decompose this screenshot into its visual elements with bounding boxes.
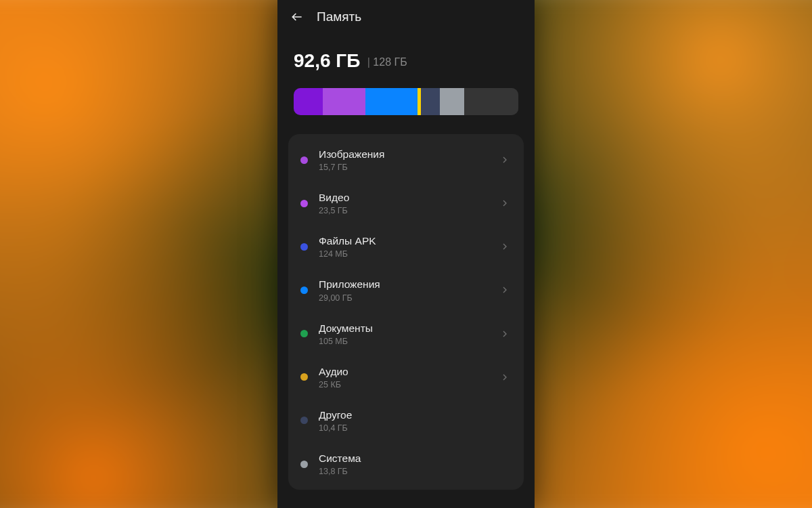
- category-color-dot: [300, 417, 308, 424]
- chevron-right-icon: [499, 284, 510, 295]
- usage-bar-segment: [294, 88, 323, 115]
- category-row[interactable]: Видео23,5 ГБ: [288, 182, 524, 225]
- usage-bar-segment: [440, 88, 465, 115]
- used-space: 92,6 ГБ: [294, 50, 360, 71]
- category-size: 23,5 ГБ: [319, 206, 499, 215]
- storage-usage-bar: [294, 88, 518, 115]
- category-size: 25 КБ: [319, 380, 499, 389]
- chevron-right-icon: [499, 198, 510, 209]
- category-size: 15,7 ГБ: [319, 163, 499, 172]
- category-text: Другое10,4 ГБ: [319, 408, 510, 433]
- category-text: Видео23,5 ГБ: [319, 191, 499, 215]
- category-label: Система: [319, 452, 510, 465]
- category-row[interactable]: Приложения29,00 ГБ: [288, 268, 524, 312]
- category-text: Документы105 МБ: [319, 322, 499, 346]
- usage-bar-segment: [365, 88, 417, 115]
- category-color-dot: [300, 330, 308, 337]
- category-text: Система13,8 ГБ: [319, 452, 510, 476]
- category-size: 124 МБ: [319, 249, 499, 259]
- category-text: Изображения15,7 ГБ: [319, 148, 499, 172]
- category-color-dot: [300, 200, 308, 207]
- chevron-right-icon: [499, 329, 510, 339]
- chevron-right-icon: [499, 241, 510, 252]
- category-color-dot: [300, 156, 308, 164]
- category-color-dot: [300, 243, 308, 251]
- category-label: Файлы APK: [319, 234, 499, 248]
- category-row: Другое10,4 ГБ: [288, 399, 524, 442]
- category-color-dot: [300, 461, 308, 468]
- category-label: Видео: [319, 191, 499, 205]
- storage-settings-screen: Память 92,6 ГБ 128 ГБ Изображения15,7 ГБ…: [277, 0, 535, 508]
- category-size: 29,00 ГБ: [319, 293, 499, 303]
- chevron-right-icon: [499, 372, 510, 383]
- usage-bar-segment: [323, 88, 365, 115]
- usage-bar-segment: [421, 88, 440, 115]
- category-size: 13,8 ГБ: [319, 467, 510, 476]
- category-size: 105 МБ: [319, 337, 499, 346]
- category-row[interactable]: Документы105 МБ: [288, 312, 524, 356]
- total-space: 128 ГБ: [367, 56, 407, 68]
- page-title: Память: [317, 9, 361, 24]
- category-text: Приложения29,00 ГБ: [319, 278, 499, 302]
- back-button[interactable]: [290, 9, 304, 24]
- storage-summary: 92,6 ГБ 128 ГБ: [277, 30, 535, 79]
- category-label: Аудио: [319, 365, 499, 379]
- category-label: Изображения: [319, 148, 499, 161]
- category-color-dot: [300, 373, 308, 381]
- categories-card: Изображения15,7 ГБВидео23,5 ГБФайлы APK1…: [288, 134, 524, 490]
- category-text: Аудио25 КБ: [319, 365, 499, 389]
- category-size: 10,4 ГБ: [319, 423, 510, 433]
- category-row: Система13,8 ГБ: [288, 442, 524, 486]
- category-text: Файлы APK124 МБ: [319, 234, 499, 259]
- category-label: Другое: [319, 408, 510, 422]
- category-row[interactable]: Файлы APK124 МБ: [288, 225, 524, 268]
- category-color-dot: [300, 287, 308, 294]
- arrow-left-icon: [290, 10, 304, 24]
- usage-bar-segment: [464, 88, 518, 115]
- chevron-right-icon: [499, 154, 510, 165]
- category-label: Приложения: [319, 278, 499, 291]
- category-label: Документы: [319, 322, 499, 335]
- category-row[interactable]: Изображения15,7 ГБ: [288, 138, 524, 182]
- category-row[interactable]: Аудио25 КБ: [288, 356, 524, 399]
- header: Память: [277, 0, 535, 30]
